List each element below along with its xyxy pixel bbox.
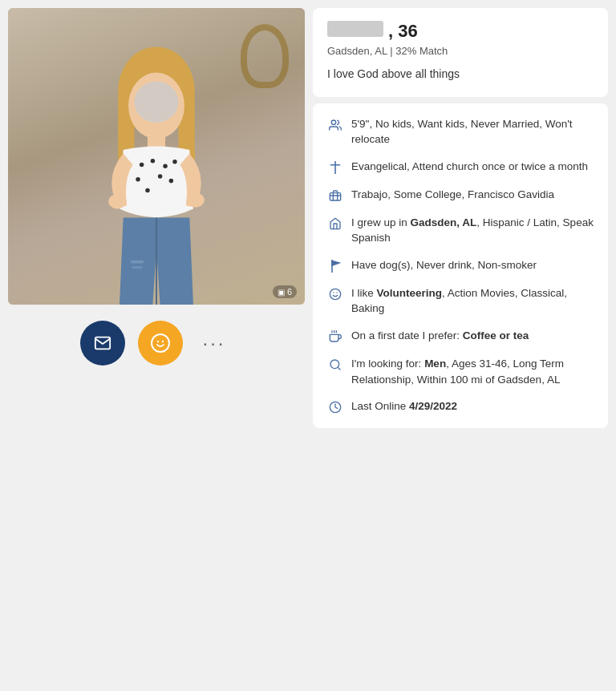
detail-row-lastonline: Last Online 4/29/2022 bbox=[327, 398, 594, 415]
svg-point-10 bbox=[136, 177, 140, 182]
message-icon bbox=[94, 334, 111, 352]
svg-point-11 bbox=[158, 174, 163, 179]
svg-point-13 bbox=[145, 188, 150, 193]
person-illustration bbox=[76, 32, 237, 305]
like-icon bbox=[151, 333, 170, 353]
religion-text: Evangelical, Attend church once or twice… bbox=[351, 159, 594, 175]
svg-point-4 bbox=[134, 82, 178, 123]
svg-point-9 bbox=[172, 160, 177, 164]
person-icon bbox=[327, 117, 343, 133]
svg-point-20 bbox=[157, 341, 159, 342]
svg-point-8 bbox=[163, 164, 168, 168]
cross-icon bbox=[327, 160, 343, 176]
background-text: I grew up in Gadsden, AL, Hispanic / Lat… bbox=[351, 215, 594, 246]
detail-row-lookingfor: I'm looking for: Men, Ages 31-46, Long T… bbox=[327, 356, 594, 387]
profile-card: ▣ 6 ··· bbox=[8, 8, 608, 428]
left-panel: ▣ 6 ··· bbox=[8, 8, 305, 428]
svg-point-7 bbox=[151, 159, 156, 164]
detail-row-basics: 5'9", No kids, Want kids, Never Married,… bbox=[327, 116, 594, 147]
svg-point-28 bbox=[330, 289, 340, 299]
right-panel: , 36 Gadsden, AL | 32% Match I love God … bbox=[305, 8, 608, 428]
name-row: , 36 bbox=[327, 21, 594, 42]
profile-age: , 36 bbox=[388, 21, 418, 42]
decor-basket bbox=[241, 24, 289, 88]
svg-point-22 bbox=[331, 120, 335, 124]
profile-bio: I love God above all things bbox=[327, 67, 594, 83]
interests-text: I like Volunteering, Action Movies, Clas… bbox=[351, 285, 594, 317]
coffee-icon bbox=[327, 329, 343, 345]
profile-header: , 36 Gadsden, AL | 32% Match I love God … bbox=[313, 8, 608, 97]
detail-row-religion: Evangelical, Attend church once or twice… bbox=[327, 159, 594, 176]
work-text: Trabajo, Some College, Francisco Gavidia bbox=[351, 187, 594, 203]
detail-row-background: I grew up in Gadsden, AL, Hispanic / Lat… bbox=[327, 215, 594, 246]
detail-row-firstdate: On a first date I prefer: Coffee or tea bbox=[327, 328, 594, 345]
action-buttons: ··· bbox=[80, 321, 232, 366]
svg-line-35 bbox=[338, 367, 340, 370]
svg-rect-17 bbox=[131, 261, 144, 264]
svg-point-12 bbox=[169, 179, 174, 184]
smile-icon bbox=[327, 286, 343, 302]
flag-icon bbox=[327, 258, 343, 274]
lifestyle-text: Have dog(s), Never drink, Non-smoker bbox=[351, 257, 594, 273]
svg-point-21 bbox=[162, 341, 164, 342]
details-panel: 5'9", No kids, Want kids, Never Married,… bbox=[313, 103, 608, 429]
detail-row-work: Trabajo, Some College, Francisco Gavidia bbox=[327, 187, 594, 204]
photo-counter: ▣ 6 bbox=[273, 285, 297, 298]
like-button[interactable] bbox=[138, 321, 183, 366]
message-button[interactable] bbox=[80, 321, 125, 366]
briefcase-icon bbox=[327, 188, 343, 204]
lastonline-text: Last Online 4/29/2022 bbox=[351, 398, 594, 414]
svg-rect-25 bbox=[330, 192, 340, 200]
lookingfor-text: I'm looking for: Men, Ages 31-46, Long T… bbox=[351, 356, 594, 387]
basics-text: 5'9", No kids, Want kids, Never Married,… bbox=[351, 116, 594, 147]
ellipsis-icon: ··· bbox=[202, 332, 225, 354]
detail-row-lifestyle: Have dog(s), Never drink, Non-smoker bbox=[327, 257, 594, 274]
profile-photo bbox=[8, 8, 305, 305]
svg-rect-18 bbox=[132, 266, 143, 269]
detail-row-interests: I like Volunteering, Action Movies, Clas… bbox=[327, 285, 594, 317]
profile-location: Gadsden, AL | 32% Match bbox=[327, 45, 594, 57]
clock-icon bbox=[327, 399, 343, 415]
search-icon bbox=[327, 357, 343, 373]
svg-point-14 bbox=[108, 194, 126, 208]
svg-point-19 bbox=[152, 334, 169, 352]
profile-name-blurred bbox=[327, 21, 383, 37]
svg-point-15 bbox=[187, 192, 205, 207]
home-icon bbox=[327, 216, 343, 232]
svg-point-6 bbox=[140, 163, 144, 168]
photo-container: ▣ 6 bbox=[8, 8, 305, 305]
more-options-button[interactable]: ··· bbox=[196, 332, 232, 354]
firstdate-text: On a first date I prefer: Coffee or tea bbox=[351, 328, 594, 344]
